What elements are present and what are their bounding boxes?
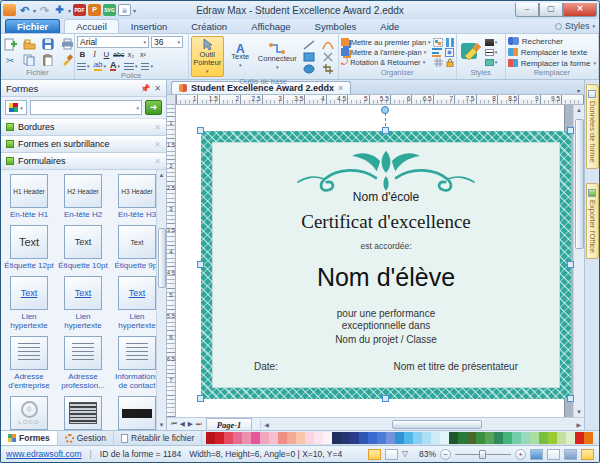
font-style-button[interactable]: I (89, 49, 100, 60)
zoom-in-button[interactable]: + (515, 449, 526, 460)
group-shapes-icon[interactable] (433, 38, 443, 47)
arc-shape-icon[interactable] (321, 40, 336, 50)
section-formes-surbrillance[interactable]: Formes en surbrillance✕ (1, 136, 166, 153)
color-swatch[interactable] (449, 432, 458, 444)
date-label[interactable]: Date: (254, 361, 278, 372)
shape-library-item[interactable]: ® LOGO Espace ré servé de (3, 396, 55, 430)
library-go-button[interactable]: ➜ (145, 100, 162, 115)
project-text[interactable]: Nom du projet / Classe (335, 334, 437, 345)
fill-style-button[interactable]: ▾ (485, 38, 498, 46)
font-style-button[interactable]: x₂ (125, 49, 136, 60)
fit-page-icon[interactable] (530, 449, 543, 460)
bring-to-front-button[interactable]: Mettre au premier plan▾ (341, 38, 454, 47)
multi-page-icon[interactable] (564, 449, 577, 460)
save-icon[interactable] (41, 38, 55, 51)
menu-tab[interactable]: Accueil (64, 19, 119, 33)
font-style-button[interactable]: B (77, 49, 88, 60)
font-size-select[interactable]: 36▾ (151, 36, 183, 48)
menu-tab[interactable]: Création (179, 19, 239, 33)
pin-panel-icon[interactable]: 📌 (140, 84, 150, 93)
format-painter-icon[interactable] (60, 54, 74, 67)
page-tab[interactable]: Page-1 (206, 418, 253, 430)
color-swatch[interactable] (386, 432, 395, 444)
selection-handle-ne[interactable] (567, 127, 574, 134)
zoom-out-button[interactable]: − (440, 449, 451, 460)
color-swatch[interactable] (278, 432, 287, 444)
bottom-tab-gestion[interactable]: Gestion (58, 431, 114, 445)
align-shapes-icon[interactable] (432, 48, 442, 57)
prev-page-button[interactable]: ◀ (180, 420, 185, 428)
close-panel-icon[interactable]: ✕ (154, 84, 161, 93)
color-swatch[interactable] (548, 432, 557, 444)
selection-handle-s[interactable] (382, 395, 389, 402)
shape-library-item[interactable]: Adresse profession... (57, 336, 109, 390)
color-swatch[interactable] (458, 432, 467, 444)
color-swatch[interactable] (350, 432, 359, 444)
align-button[interactable]: ▾ (124, 63, 138, 70)
bullets-button[interactable]: ▾ (141, 63, 153, 70)
color-swatch[interactable] (260, 432, 269, 444)
document-close-icon[interactable]: × (338, 83, 343, 93)
color-swatch[interactable] (323, 432, 332, 444)
view-normal-icon[interactable] (368, 449, 381, 460)
student-name-text[interactable]: Nom d'élève (317, 263, 455, 292)
scrollbar-thumb[interactable] (575, 119, 584, 249)
font-style-button[interactable]: x² (137, 49, 148, 60)
color-swatch[interactable] (440, 432, 449, 444)
color-swatch[interactable] (512, 432, 521, 444)
scroll-down-icon[interactable]: ▼ (576, 407, 582, 417)
menu-tab[interactable]: Aide (368, 19, 411, 33)
bottom-tab-formes[interactable]: Formes (1, 431, 58, 445)
canvas-vertical-scrollbar[interactable]: ▲ ▼ (573, 105, 584, 417)
section-close-icon[interactable]: ✕ (154, 123, 161, 132)
close-button[interactable]: ✕ (563, 3, 597, 17)
send-to-back-button[interactable]: Mettre à l'arrière-plan▾ (341, 48, 454, 57)
canvas-horizontal-scrollbar[interactable]: ◀ ▶ (260, 419, 584, 430)
color-swatch[interactable] (224, 432, 233, 444)
color-swatch[interactable] (206, 432, 215, 444)
section-close-icon[interactable]: ✕ (154, 157, 161, 166)
rotation-handle[interactable] (381, 106, 389, 114)
edrawsoft-link[interactable]: www.edrawsoft.com (6, 449, 82, 459)
color-swatch[interactable] (413, 432, 422, 444)
awarded-text[interactable]: est accordée: (360, 241, 411, 251)
color-swatch[interactable] (485, 432, 494, 444)
color-swatch[interactable] (359, 432, 368, 444)
color-swatch[interactable] (395, 432, 404, 444)
shape-library-item[interactable]: Adresse d'entreprise (3, 336, 55, 390)
ellipse-shape-icon[interactable] (302, 64, 317, 74)
color-swatch[interactable] (314, 432, 323, 444)
shape-style-button[interactable]: ▾ (485, 58, 498, 66)
section-bordures[interactable]: Bordures✕ (1, 119, 166, 136)
font-style-button[interactable]: abc (113, 49, 124, 60)
selection-handle-e[interactable] (567, 261, 574, 268)
maximize-button[interactable]: ▢ (539, 3, 563, 17)
pointer-tool-button[interactable]: Outil Pointeur▾ (191, 36, 224, 77)
color-swatch[interactable] (431, 432, 440, 444)
line-style-button[interactable]: ▾ (485, 48, 498, 56)
shape-library-item[interactable]: H2 Header En-tête H2 (57, 174, 109, 219)
next-page-button[interactable]: ▶ (188, 420, 193, 428)
zoom-slider[interactable] (455, 454, 511, 455)
line-spacing-button[interactable]: ▾ (77, 63, 90, 70)
connector-tool-button[interactable]: Connecteur▾ (257, 36, 298, 77)
selection-handle-w[interactable] (197, 261, 204, 268)
last-page-button[interactable]: ⏭ (196, 420, 202, 428)
library-color-button[interactable]: ▾ (5, 100, 27, 115)
full-screen-icon[interactable] (581, 449, 594, 460)
styles-dropdown-button[interactable]: Styles ▾ (555, 21, 595, 33)
delete-shape-icon[interactable] (321, 52, 336, 62)
menu-tab[interactable]: Insertion (119, 19, 179, 33)
section-close-icon[interactable]: ✕ (154, 140, 161, 149)
rectangle-shape-icon[interactable] (302, 52, 317, 62)
certificate-title-text[interactable]: Certificat d'excellence (301, 211, 471, 233)
pan-mode-icon[interactable]: ▽ (402, 449, 415, 460)
paste-icon[interactable] (41, 54, 55, 67)
certificate-shape[interactable]: Nom d'école Certificat d'excellence est … (201, 131, 571, 399)
scroll-left-icon[interactable]: ◀ (261, 421, 272, 428)
grid-icon[interactable] (434, 58, 443, 67)
menu-tab[interactable]: Symboles (303, 19, 369, 33)
new-document-icon[interactable] (3, 38, 17, 51)
selection-handle-n[interactable] (382, 127, 389, 134)
color-swatch[interactable] (566, 432, 575, 444)
